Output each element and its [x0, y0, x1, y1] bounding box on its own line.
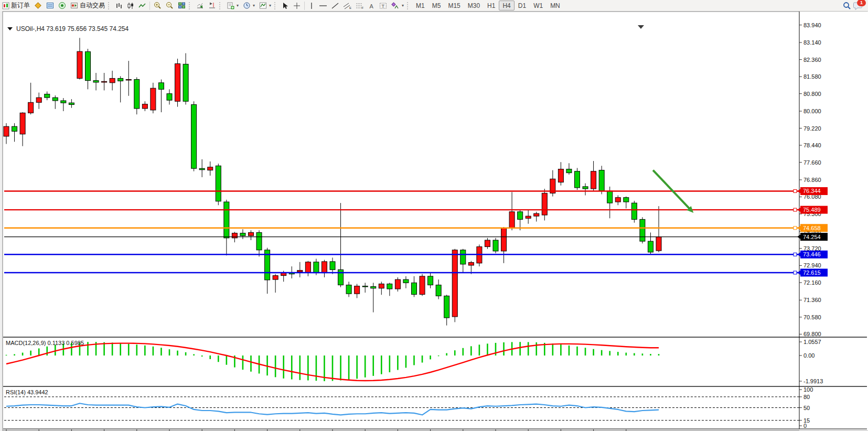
timeframe-button-h1[interactable]: H1 — [484, 1, 499, 10]
chart-title: USOil-,H4 73.619 75.656 73.545 74.254 — [16, 25, 128, 33]
crosshair-icon — [293, 2, 301, 9]
shapes-button[interactable]: ▾ — [389, 1, 406, 10]
equidistant-channel-icon: E — [343, 2, 351, 9]
chart-shift-button[interactable] — [206, 1, 218, 10]
toolbar-separator — [304, 2, 305, 10]
chart-canvas[interactable]: 83.94083.14082.36081.58080.80080.00079.2… — [0, 11, 868, 431]
price-tick-label: 82.360 — [803, 57, 821, 63]
candle-body — [322, 262, 327, 273]
indicators-button[interactable]: ▾ — [257, 1, 273, 10]
candle-body — [468, 263, 474, 265]
macd-label: MACD(12,26,9) 0.1133 0.5985 — [6, 340, 84, 346]
macd-axis-label: 1.0557 — [803, 339, 821, 345]
navigator-button[interactable] — [56, 1, 68, 10]
trendline-button[interactable] — [329, 1, 341, 10]
auto-scroll-icon — [196, 2, 204, 9]
candle-body — [142, 104, 147, 109]
bar-chart-button[interactable] — [113, 1, 125, 10]
candle-body — [93, 81, 99, 82]
vertical-line-button[interactable] — [306, 1, 317, 10]
scroll-group — [194, 1, 218, 11]
timeframe-button-h4[interactable]: H4 — [499, 1, 514, 10]
dropdown-caret: ▾ — [269, 3, 271, 8]
horizontal-line-button[interactable] — [317, 1, 329, 10]
candle-body — [191, 104, 197, 168]
price-tick-label: 79.220 — [803, 125, 821, 132]
trade-group: 新订单 自动交易 — [0, 1, 107, 11]
candle-body — [558, 169, 563, 182]
fibonacci-icon: F — [356, 2, 364, 9]
svg-text:76.344: 76.344 — [803, 188, 821, 194]
candle-body — [305, 262, 310, 273]
candle-body — [216, 166, 221, 201]
candle-body — [199, 168, 205, 170]
candle-body — [444, 296, 449, 318]
chat-button[interactable]: 1 — [853, 2, 863, 10]
dropdown-caret: ▾ — [402, 3, 404, 8]
text-button[interactable]: A — [366, 1, 377, 10]
timeframe-button-mn[interactable]: MN — [546, 1, 564, 10]
price-tick-label: 77.660 — [803, 159, 821, 166]
timeframe-button-m30[interactable]: M30 — [464, 1, 484, 10]
tile-windows-button[interactable] — [176, 1, 188, 10]
timeframe-button-m5[interactable]: M5 — [428, 1, 445, 10]
candle-body — [412, 283, 417, 294]
new-chart-icon — [227, 2, 234, 9]
periods-button[interactable]: ▾ — [241, 1, 257, 10]
candle-body — [273, 276, 278, 280]
timeframe-button-m15[interactable]: M15 — [444, 1, 464, 10]
market-watch-button[interactable] — [32, 1, 44, 10]
candle-body — [355, 286, 360, 294]
autotrading-button[interactable]: 自动交易 — [68, 1, 107, 10]
candle-body — [501, 228, 507, 251]
timeframe-button-m1[interactable]: M1 — [412, 1, 428, 10]
price-tick-label: 72.160 — [803, 279, 821, 286]
candle-body — [542, 193, 547, 215]
toolbar-grip — [219, 2, 223, 9]
zoom-in-button[interactable] — [152, 1, 164, 10]
rsi-axis-label: 80 — [803, 394, 810, 400]
timeframe-button-w1[interactable]: W1 — [530, 1, 546, 10]
candle-body — [362, 286, 368, 287]
new-order-button[interactable]: 新订单 — [0, 1, 32, 10]
timeframe-button-d1[interactable]: D1 — [515, 1, 530, 10]
candle-body — [167, 94, 172, 101]
line-handle[interactable] — [794, 271, 797, 274]
chart-shift-icon — [208, 2, 216, 9]
search-button[interactable] — [841, 1, 853, 10]
line-handle[interactable] — [794, 208, 797, 211]
zoom-out-button[interactable] — [164, 1, 176, 10]
candle-body — [36, 98, 41, 102]
zoom-in-icon — [154, 2, 162, 9]
line-handle[interactable] — [794, 227, 797, 230]
indicators-icon — [259, 2, 267, 9]
line-handle[interactable] — [794, 189, 797, 192]
candle-body — [566, 169, 572, 173]
auto-scroll-button[interactable] — [194, 1, 206, 10]
text-label-button[interactable]: T — [377, 1, 389, 10]
shapes-icon — [391, 2, 400, 9]
candle-body — [403, 279, 409, 283]
candle-body — [45, 94, 50, 98]
svg-text:74.254: 74.254 — [803, 234, 821, 240]
candle-body — [518, 212, 523, 220]
candle-body — [77, 51, 82, 78]
price-tick-label: 81.580 — [803, 73, 821, 80]
line-chart-icon — [138, 2, 146, 9]
candle-body — [102, 81, 107, 82]
line-chart-button[interactable] — [136, 1, 148, 10]
new-chart-button[interactable]: ▾ — [224, 1, 241, 10]
fibonacci-button[interactable]: F — [353, 1, 366, 10]
data-window-button[interactable] — [44, 1, 56, 10]
candle-body — [20, 113, 25, 134]
crosshair-button[interactable] — [291, 1, 303, 10]
candle-body — [575, 171, 580, 188]
toolbar-grip — [274, 2, 278, 9]
cursor-button[interactable] — [280, 1, 291, 10]
equidistant-channel-button[interactable]: E — [341, 1, 353, 10]
svg-text:A: A — [370, 3, 374, 9]
candle-body — [452, 250, 457, 317]
candlestick-chart-button[interactable] — [125, 1, 136, 10]
objects-group: E F A T ▾ — [280, 1, 406, 11]
line-handle[interactable] — [794, 253, 797, 256]
